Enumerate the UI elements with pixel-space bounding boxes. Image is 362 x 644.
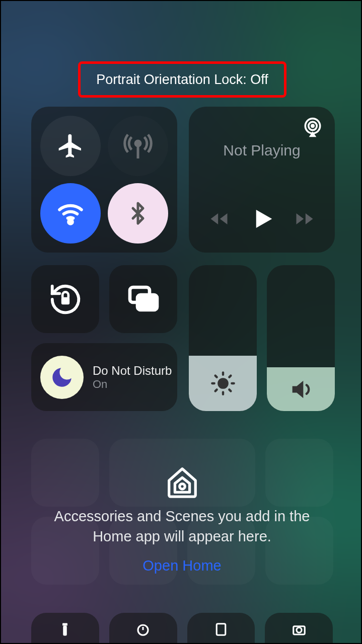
do-not-disturb-button[interactable]: Do Not Disturb On [31, 343, 177, 411]
svg-line-16 [215, 389, 216, 391]
play-button[interactable] [248, 205, 275, 232]
svg-rect-23 [216, 624, 226, 635]
media-title: Not Playing [189, 142, 335, 159]
bottom-shortcuts-row [31, 613, 333, 643]
camera-button[interactable] [265, 613, 333, 643]
svg-line-15 [229, 389, 231, 391]
sun-icon [210, 370, 236, 396]
media-player-tile[interactable]: Not Playing [189, 107, 335, 253]
svg-point-25 [297, 627, 302, 632]
svg-point-0 [135, 141, 140, 146]
flashlight-button[interactable] [31, 613, 99, 643]
dnd-status: On [93, 378, 172, 390]
svg-point-9 [219, 379, 227, 387]
status-banner-text: Portrait Orientation Lock: Off [96, 72, 268, 88]
bluetooth-button[interactable] [108, 183, 168, 244]
calculator-icon [213, 622, 229, 637]
home-message: Accessories and Scenes you add in the Ho… [41, 507, 323, 546]
airplay-icon[interactable] [302, 117, 324, 139]
home-icon [165, 464, 200, 500]
svg-point-18 [179, 484, 185, 490]
rewind-button[interactable] [208, 208, 230, 230]
svg-line-14 [215, 376, 216, 377]
moon-icon [40, 356, 84, 399]
cellular-data-button[interactable] [108, 116, 168, 176]
orientation-lock-status-banner: Portrait Orientation Lock: Off [78, 61, 286, 98]
cellular-antenna-icon [123, 131, 153, 161]
svg-rect-8 [137, 295, 157, 310]
svg-rect-20 [62, 623, 67, 626]
bluetooth-icon [126, 198, 150, 228]
wifi-icon [56, 199, 85, 228]
flashlight-icon [57, 622, 73, 637]
orientation-lock-button[interactable] [31, 265, 99, 333]
forward-button[interactable] [294, 208, 316, 230]
orientation-lock-icon [48, 282, 83, 317]
home-accessories-area: Accessories and Scenes you add in the Ho… [31, 439, 333, 600]
camera-icon [292, 622, 307, 637]
dnd-label-group: Do Not Disturb On [93, 364, 172, 390]
wifi-button[interactable] [40, 183, 101, 244]
airplane-mode-button[interactable] [40, 116, 101, 176]
dnd-title: Do Not Disturb [93, 364, 172, 378]
svg-rect-19 [63, 626, 67, 636]
screen-mirroring-button[interactable] [109, 265, 177, 333]
open-home-link[interactable]: Open Home [142, 557, 221, 574]
calculator-button[interactable] [187, 613, 255, 643]
svg-point-5 [312, 125, 314, 127]
volume-slider[interactable] [267, 265, 335, 411]
svg-line-17 [229, 376, 231, 377]
brightness-slider[interactable] [189, 265, 257, 411]
svg-point-2 [68, 220, 73, 224]
speaker-icon [288, 376, 314, 403]
connectivity-tile[interactable] [31, 107, 177, 253]
airplane-icon [56, 132, 85, 160]
timer-icon [135, 622, 151, 637]
timer-button[interactable] [109, 613, 177, 643]
screen-mirroring-icon [125, 281, 162, 317]
